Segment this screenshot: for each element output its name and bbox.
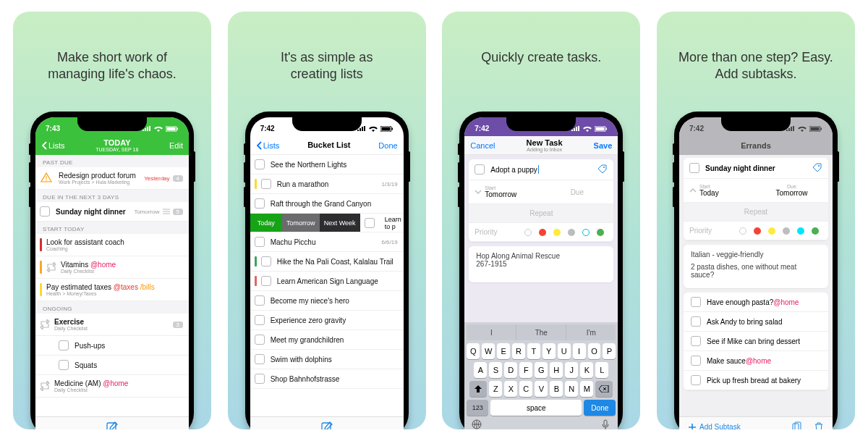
key-backspace[interactable]: [595, 381, 613, 397]
key-q[interactable]: Q: [467, 343, 480, 359]
repeat-row[interactable]: Repeat: [684, 203, 828, 222]
add-subtask-button[interactable]: Add Subtask: [688, 423, 741, 430]
key-m[interactable]: M: [580, 381, 593, 397]
key-l[interactable]: L: [595, 362, 608, 378]
key-s[interactable]: S: [489, 362, 502, 378]
checkbox[interactable]: [255, 335, 265, 345]
priority-yellow[interactable]: [768, 227, 775, 235]
checkbox[interactable]: [475, 164, 485, 175]
task-row[interactable]: Run a marathon1/3/19: [250, 175, 404, 194]
key-y[interactable]: Y: [542, 343, 556, 359]
priority-yellow[interactable]: [553, 229, 561, 236]
key-123[interactable]: 123: [467, 400, 488, 416]
task-row[interactable]: Swim with dolphins: [250, 350, 404, 369]
key-a[interactable]: A: [474, 362, 487, 378]
key-z[interactable]: Z: [489, 381, 502, 397]
task-row[interactable]: Shop Bahnhofstrasse: [250, 369, 404, 389]
checkbox[interactable]: [40, 206, 50, 217]
compose-icon[interactable]: [106, 421, 119, 430]
notes-area[interactable]: Italian - veggie-friendly 2 pasta dishes…: [684, 245, 828, 288]
key-g[interactable]: G: [535, 362, 548, 378]
cancel-button[interactable]: Cancel: [470, 141, 495, 150]
task-row[interactable]: Medicine (AM) @home Daily Checklist: [35, 375, 189, 398]
prediction[interactable]: The: [516, 324, 566, 340]
prediction[interactable]: I: [467, 324, 516, 340]
subtask-row[interactable]: Squats: [35, 356, 189, 375]
priority-row[interactable]: Priority: [684, 222, 828, 240]
checkbox[interactable]: [261, 179, 271, 189]
repeat-row[interactable]: Repeat: [469, 204, 613, 223]
task-row[interactable]: Hike the Na Pali Coast, Kalalau Trail: [250, 252, 404, 272]
checkbox[interactable]: [691, 356, 701, 366]
key-k[interactable]: K: [580, 362, 593, 378]
key-t[interactable]: T: [527, 343, 540, 359]
tag-icon[interactable]: [812, 163, 822, 173]
key-h[interactable]: H: [550, 362, 563, 378]
task-row[interactable]: Sunday night dinner Tomorrow 5: [35, 202, 189, 222]
checkbox[interactable]: [689, 163, 699, 173]
copy-icon[interactable]: [792, 421, 802, 430]
checkbox[interactable]: [365, 218, 375, 228]
key-i[interactable]: I: [573, 343, 586, 359]
key-j[interactable]: J: [565, 362, 578, 378]
checkbox[interactable]: [261, 276, 271, 286]
task-row[interactable]: Redesign product forum Work Projects > H…: [35, 167, 189, 190]
checkbox[interactable]: [255, 295, 265, 306]
date-row[interactable]: Start Tomorrow Due: [469, 180, 613, 204]
predictive-bar[interactable]: I The I'm: [467, 324, 616, 340]
task-row[interactable]: Exercise Daily Checklist 3: [35, 314, 189, 336]
task-title-input[interactable]: Sunday night dinner: [684, 158, 828, 179]
priority-none[interactable]: [739, 227, 746, 235]
save-button[interactable]: Save: [594, 141, 613, 150]
subtask-row[interactable]: See if Mike can bring dessert: [684, 332, 828, 351]
task-row[interactable]: Pay estimated taxes @taxes /bills Health…: [35, 279, 189, 301]
edit-button[interactable]: Edit: [169, 141, 183, 150]
checkbox[interactable]: [691, 297, 701, 307]
task-row[interactable]: Vitamins @home Daily Checklist: [35, 256, 189, 279]
swipe-next-week[interactable]: Next Week: [320, 214, 360, 232]
checkbox[interactable]: [59, 360, 69, 370]
subtask-row[interactable]: Make sauce @home: [684, 351, 828, 371]
checkbox[interactable]: [255, 354, 265, 364]
swipe-tomorrow[interactable]: Tomorrow: [282, 214, 320, 232]
key-c[interactable]: C: [519, 381, 532, 397]
key-done[interactable]: Done: [584, 400, 616, 416]
key-w[interactable]: W: [482, 343, 495, 359]
priority-cyan[interactable]: [797, 227, 804, 235]
key-e[interactable]: E: [497, 343, 510, 359]
task-row[interactable]: Experience zero gravity: [250, 311, 404, 330]
key-f[interactable]: F: [519, 362, 532, 378]
checkbox[interactable]: [255, 159, 265, 169]
checkbox[interactable]: [255, 315, 265, 325]
priority-red[interactable]: [754, 227, 761, 235]
key-b[interactable]: B: [550, 381, 563, 397]
key-v[interactable]: V: [535, 381, 548, 397]
key-u[interactable]: U: [558, 343, 571, 359]
prediction[interactable]: I'm: [566, 324, 616, 340]
globe-icon[interactable]: [471, 419, 482, 429]
task-row[interactable]: Machu Picchu6/6/19: [250, 232, 404, 252]
priority-red[interactable]: [539, 229, 546, 236]
priority-grey[interactable]: [783, 227, 790, 235]
subtask-row[interactable]: Push-ups: [35, 336, 189, 356]
priority-grey[interactable]: [568, 229, 575, 236]
subtask-row[interactable]: Pick up fresh bread at bakery: [684, 371, 828, 390]
task-row[interactable]: Become my niece's hero: [250, 291, 404, 311]
swipe-today[interactable]: Today: [250, 214, 282, 232]
key-x[interactable]: X: [504, 381, 517, 397]
task-row[interactable]: See the Northern Lights: [250, 155, 404, 175]
back-button[interactable]: Lists: [41, 141, 65, 150]
back-button[interactable]: Lists: [256, 141, 280, 150]
keyboard[interactable]: I The I'm QWERTYUIOP ASDFGHJKL ZXCVBNM: [464, 322, 618, 429]
priority-green[interactable]: [597, 229, 604, 236]
priority-none[interactable]: [524, 229, 532, 236]
tag-icon[interactable]: [597, 164, 608, 175]
task-row[interactable]: Raft through the Grand Canyon: [250, 194, 404, 214]
trash-icon[interactable]: [814, 421, 824, 430]
date-row[interactable]: Start Today Due Tomorrow: [684, 179, 828, 203]
subtask-row[interactable]: Ask Andy to bring salad: [684, 312, 828, 332]
priority-row[interactable]: Priority: [469, 223, 613, 242]
checkbox[interactable]: [255, 237, 265, 247]
key-o[interactable]: O: [588, 343, 601, 359]
mic-icon[interactable]: [600, 419, 611, 429]
